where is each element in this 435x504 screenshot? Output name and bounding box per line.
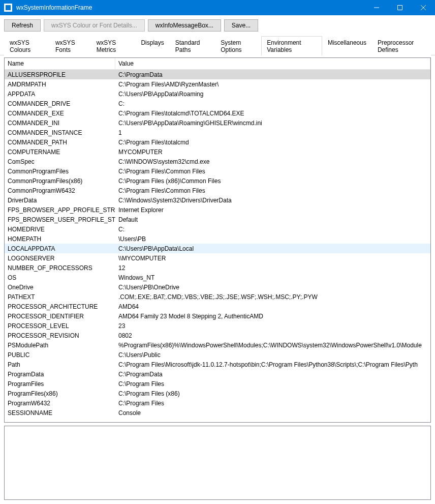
cell-name: FPS_BROWSER_USER_PROFILE_STRING	[5, 216, 115, 223]
table-row[interactable]: FPS_BROWSER_USER_PROFILE_STRINGDefault	[5, 215, 430, 224]
cell-name: ProgramFiles	[5, 380, 115, 388]
cell-name: OS	[5, 274, 115, 281]
table-row[interactable]: OneDriveC:\Users\PB\OneDrive	[5, 282, 430, 292]
cell-name: PROCESSOR_IDENTIFIER	[5, 313, 115, 320]
table-row[interactable]: PROCESSOR_LEVEL23	[5, 321, 430, 331]
column-header-value[interactable]: Value	[115, 58, 430, 69]
table-row[interactable]: COMPUTERNAMEMYCOMPUTER	[5, 147, 430, 157]
tab-preprocessor-defines[interactable]: Preprocessor Defines	[372, 36, 431, 55]
refresh-button[interactable]: Refresh	[4, 19, 41, 32]
tab-wxsys-metrics[interactable]: wxSYS Metrics	[91, 36, 136, 55]
cell-name: COMMANDER_DRIVE	[5, 100, 115, 107]
cell-name: CommonProgramFiles(x86)	[5, 177, 115, 185]
cell-name: COMMANDER_INI	[5, 120, 115, 127]
list-rows[interactable]: ALLUSERSPROFILEC:\ProgramDataAMDRMPATHC:…	[5, 70, 430, 422]
table-row[interactable]: FPS_BROWSER_APP_PROFILE_STRINGInternet E…	[5, 205, 430, 215]
tab-wxsys-fonts[interactable]: wxSYS Fonts	[50, 36, 91, 55]
table-row[interactable]: ProgramDataC:\ProgramData	[5, 369, 430, 379]
cell-value: Windows_NT	[115, 274, 430, 281]
tab-bar: wxSYS ColourswxSYS FontswxSYS MetricsDis…	[0, 36, 435, 55]
cell-name: ProgramData	[5, 371, 115, 378]
table-row[interactable]: HOMEPATH\Users\PB	[5, 234, 430, 244]
table-row[interactable]: PROCESSOR_IDENTIFIERAMD64 Family 23 Mode…	[5, 311, 430, 321]
table-row[interactable]: PSModulePath%ProgramFiles(x86)%\WindowsP…	[5, 340, 430, 350]
cell-name: LOCALAPPDATA	[5, 245, 115, 252]
tab-displays[interactable]: Displays	[135, 36, 169, 55]
cell-value: C:\Program Files\Common Files	[115, 187, 430, 194]
cell-value: 0802	[115, 332, 430, 339]
cell-value: C:\Users\PB\OneDrive	[115, 284, 430, 291]
tab-wxsys-colours[interactable]: wxSYS Colours	[4, 36, 50, 55]
cell-value: Console	[115, 409, 430, 417]
table-row[interactable]: PROCESSOR_REVISION0802	[5, 331, 430, 340]
table-row[interactable]: ProgramFilesC:\Program Files	[5, 379, 430, 389]
table-row[interactable]: AMDRMPATHC:\Program Files\AMD\RyzenMaste…	[5, 79, 430, 89]
cell-value: C:\Users\Public	[115, 351, 430, 359]
svg-rect-1	[398, 6, 402, 10]
toolbar: Refresh wxSYS Colour or Font Details... …	[0, 15, 435, 36]
cell-value: C:\WINDOWS\system32\cmd.exe	[115, 158, 430, 165]
cell-value: C:\Program Files\AMD\RyzenMaster\	[115, 81, 430, 88]
cell-value: MYCOMPUTER	[115, 149, 430, 156]
table-row[interactable]: COMMANDER_INIC:\Users\PB\AppData\Roaming…	[5, 118, 430, 128]
cell-value: C:\ProgramData	[115, 371, 430, 378]
table-row[interactable]: ProgramW6432C:\Program Files	[5, 398, 430, 408]
cell-value: C:\Users\PB\AppData\Local	[115, 245, 430, 252]
list-view: Name Value ALLUSERSPROFILEC:\ProgramData…	[4, 57, 431, 423]
details-pane[interactable]	[4, 426, 431, 500]
table-row[interactable]: CommonProgramFilesC:\Program Files\Commo…	[5, 166, 430, 176]
save-button[interactable]: Save...	[224, 19, 258, 32]
maximize-button[interactable]	[388, 0, 412, 15]
minimize-button[interactable]	[365, 0, 388, 15]
table-row[interactable]: LOCALAPPDATAC:\Users\PB\AppData\Local	[5, 244, 430, 253]
table-row[interactable]: ProgramFiles(x86)C:\Program Files (x86)	[5, 389, 430, 398]
cell-name: AMDRMPATH	[5, 81, 115, 88]
cell-value: C:\Users\PB\AppData\Roaming\GHISLER\winc…	[115, 120, 430, 127]
table-row[interactable]: COMMANDER_EXEC:\Program Files\totalcmd\T…	[5, 108, 430, 118]
tab-standard-paths[interactable]: Standard Paths	[170, 36, 215, 55]
tab-environment-variables[interactable]: Environment Variables	[261, 36, 322, 55]
cell-name: PUBLIC	[5, 351, 115, 359]
table-row[interactable]: APPDATAC:\Users\PB\AppData\Roaming	[5, 89, 430, 99]
titlebar[interactable]: wxSystemInformationFrame	[0, 0, 435, 15]
cell-name: Path	[5, 361, 115, 368]
info-messagebox-button[interactable]: wxInfoMessageBox...	[148, 19, 221, 32]
table-row[interactable]: PATHEXT.COM;.EXE;.BAT;.CMD;.VBS;.VBE;.JS…	[5, 292, 430, 302]
cell-value: \Users\PB	[115, 235, 430, 243]
cell-name: NUMBER_OF_PROCESSORS	[5, 264, 115, 272]
table-row[interactable]: PROCESSOR_ARCHITECTUREAMD64	[5, 302, 430, 311]
table-row[interactable]: ALLUSERSPROFILEC:\ProgramData	[5, 70, 430, 79]
table-row[interactable]: ComSpecC:\WINDOWS\system32\cmd.exe	[5, 157, 430, 166]
table-row[interactable]: SESSIONNAMEConsole	[5, 408, 430, 418]
cell-value: .COM;.EXE;.BAT;.CMD;.VBS;.VBE;.JS;.JSE;.…	[115, 293, 430, 301]
cell-value: C:	[115, 100, 430, 107]
table-row[interactable]: NUMBER_OF_PROCESSORS12	[5, 263, 430, 273]
cell-value: C:\Windows\System32\Drivers\DriverData	[115, 197, 430, 204]
tab-system-options[interactable]: System Options	[215, 36, 261, 55]
list-header: Name Value	[5, 58, 430, 70]
table-row[interactable]: PUBLICC:\Users\Public	[5, 350, 430, 360]
table-row[interactable]: COMMANDER_PATHC:\Program Files\totalcmd	[5, 137, 430, 147]
column-header-name[interactable]: Name	[5, 58, 115, 69]
table-row[interactable]: LOGONSERVER\\MYCOMPUTER	[5, 253, 430, 263]
table-row[interactable]: COMMANDER_INSTANCE1	[5, 128, 430, 137]
cell-name: PROCESSOR_LEVEL	[5, 322, 115, 330]
table-row[interactable]: PathC:\Program Files\Microsoft\jdk-11.0.…	[5, 360, 430, 369]
table-row[interactable]: CommonProgramW6432C:\Program Files\Commo…	[5, 186, 430, 195]
colour-details-button: wxSYS Colour or Font Details...	[44, 19, 145, 32]
table-row[interactable]: CommonProgramFiles(x86)C:\Program Files …	[5, 176, 430, 186]
cell-name: COMMANDER_PATH	[5, 139, 115, 146]
cell-name: PROCESSOR_ARCHITECTURE	[5, 303, 115, 310]
table-row[interactable]: DriverDataC:\Windows\System32\Drivers\Dr…	[5, 195, 430, 205]
cell-value: C:\Program Files\totalcmd	[115, 139, 430, 146]
table-row[interactable]: COMMANDER_DRIVEC:	[5, 99, 430, 108]
tab-miscellaneous[interactable]: Miscellaneous	[322, 36, 372, 55]
table-row[interactable]: OSWindows_NT	[5, 273, 430, 282]
cell-name: PATHEXT	[5, 293, 115, 301]
cell-value: C:\ProgramData	[115, 71, 430, 78]
table-row[interactable]: HOMEDRIVEC:	[5, 224, 430, 234]
cell-name: COMMANDER_INSTANCE	[5, 129, 115, 136]
cell-name: ProgramFiles(x86)	[5, 390, 115, 397]
close-button[interactable]	[412, 0, 435, 15]
cell-value: C:	[115, 226, 430, 233]
